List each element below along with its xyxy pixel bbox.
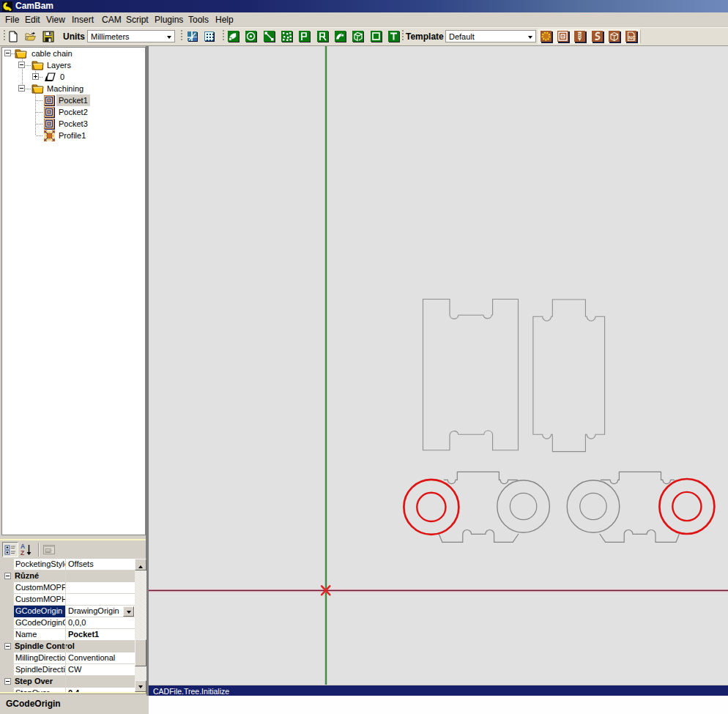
svg-text:Z: Z bbox=[21, 549, 24, 557]
svg-text:NC: NC bbox=[628, 35, 636, 40]
